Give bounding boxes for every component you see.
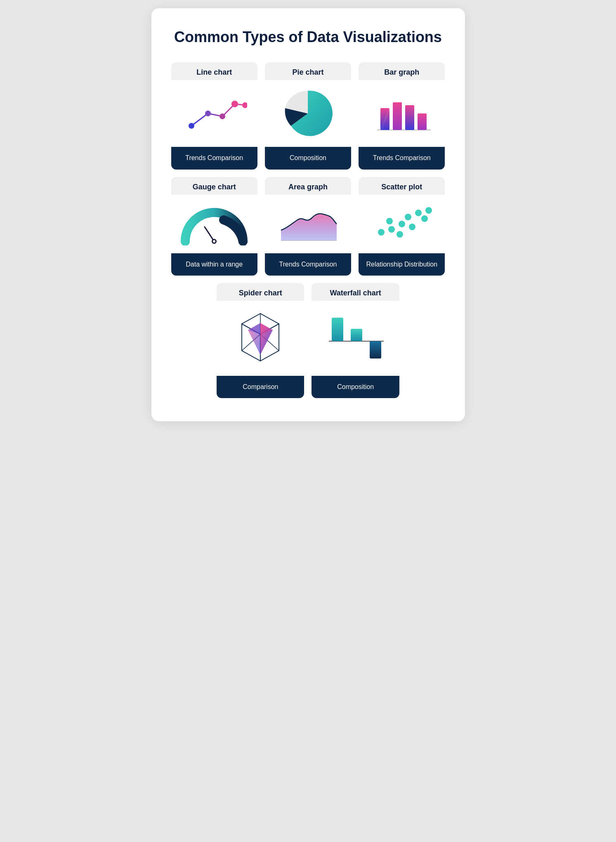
card-line-chart: Line chart xyxy=(171,62,257,169)
bar-graph-label: Trends Comparison xyxy=(359,147,445,169)
line-chart-visual xyxy=(171,80,257,147)
svg-point-18 xyxy=(386,218,393,224)
scatter-plot-icon xyxy=(369,201,435,247)
svg-rect-39 xyxy=(370,341,381,358)
waterfall-chart-visual xyxy=(312,301,399,376)
svg-rect-8 xyxy=(405,105,414,130)
svg-point-23 xyxy=(421,215,428,222)
line-chart-header: Line chart xyxy=(171,62,257,80)
card-scatter-plot: Scatter plot Relationship Distribution xyxy=(359,177,445,276)
gauge-chart-header: Gauge chart xyxy=(171,177,257,195)
gauge-chart-visual xyxy=(171,195,257,253)
area-graph-icon xyxy=(275,201,341,247)
spider-chart-visual xyxy=(217,301,304,376)
svg-rect-9 xyxy=(418,113,427,130)
line-chart-label: Trends Comparison xyxy=(171,147,257,169)
pie-chart-header: Pie chart xyxy=(265,62,351,80)
card-gauge-chart: Gauge chart xyxy=(171,177,257,276)
row-3: Spider chart xyxy=(217,283,399,398)
svg-point-19 xyxy=(399,221,405,227)
spider-chart-label: Comparison xyxy=(217,376,304,398)
bar-graph-icon xyxy=(369,91,435,136)
svg-point-24 xyxy=(425,207,432,214)
scatter-plot-visual xyxy=(359,195,445,253)
pie-chart-label: Composition xyxy=(265,147,351,169)
bar-graph-visual xyxy=(359,80,445,147)
page-container: Common Types of Data Visualizations Line… xyxy=(151,8,465,421)
card-spider-chart: Spider chart xyxy=(217,283,304,398)
waterfall-chart-icon xyxy=(323,311,389,365)
svg-point-1 xyxy=(205,111,211,116)
scatter-plot-label: Relationship Distribution xyxy=(359,253,445,276)
card-waterfall-chart: Waterfall chart xyxy=(312,283,399,398)
pie-chart-icon xyxy=(281,87,335,140)
svg-point-25 xyxy=(397,231,403,238)
svg-point-20 xyxy=(405,214,411,220)
svg-point-21 xyxy=(409,224,415,230)
area-graph-header: Area graph xyxy=(265,177,351,195)
svg-rect-37 xyxy=(332,318,343,341)
scatter-plot-header: Scatter plot xyxy=(359,177,445,195)
svg-point-4 xyxy=(242,102,247,108)
area-graph-label: Trends Comparison xyxy=(265,253,351,276)
card-pie-chart: Pie chart Composit xyxy=(265,62,351,169)
waterfall-chart-label: Composition xyxy=(312,376,399,398)
svg-point-14 xyxy=(213,240,215,243)
svg-point-3 xyxy=(231,101,238,107)
svg-rect-38 xyxy=(351,329,362,341)
svg-point-2 xyxy=(219,113,225,119)
svg-point-0 xyxy=(189,123,194,129)
svg-point-22 xyxy=(415,210,422,216)
row-1: Line chart xyxy=(171,62,445,169)
card-bar-graph: Bar graph xyxy=(359,62,445,169)
page-title: Common Types of Data Visualizations xyxy=(171,28,445,46)
svg-point-17 xyxy=(388,226,395,233)
svg-point-16 xyxy=(378,229,385,236)
svg-rect-7 xyxy=(393,102,402,130)
gauge-chart-icon xyxy=(179,202,249,245)
waterfall-chart-header: Waterfall chart xyxy=(312,283,399,301)
gauge-chart-label: Data within a range xyxy=(171,253,257,276)
svg-line-12 xyxy=(205,227,214,241)
spider-chart-header: Spider chart xyxy=(217,283,304,301)
pie-chart-visual xyxy=(265,80,351,147)
line-chart-icon xyxy=(181,91,247,136)
spider-chart-icon xyxy=(229,307,291,369)
area-graph-visual xyxy=(265,195,351,253)
row-2: Gauge chart xyxy=(171,177,445,276)
bar-graph-header: Bar graph xyxy=(359,62,445,80)
card-area-graph: Area graph xyxy=(265,177,351,276)
